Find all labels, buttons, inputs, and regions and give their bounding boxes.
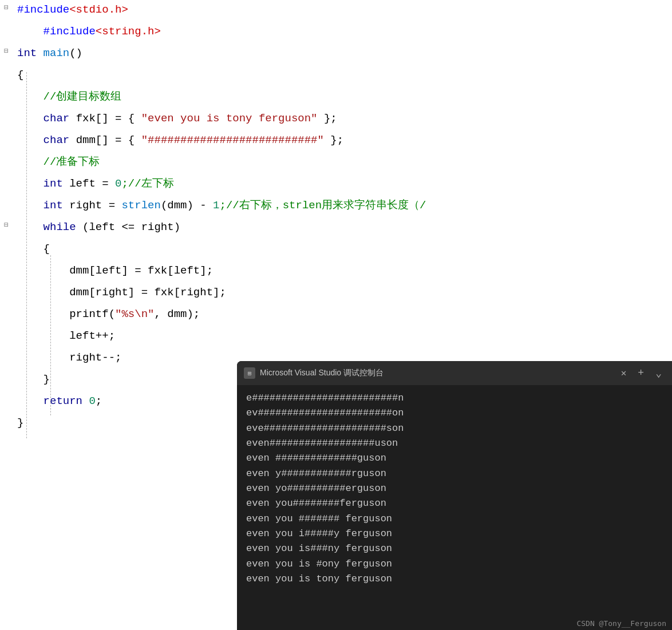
code-token: "%s\n" [115, 308, 154, 320]
code-token: #include [17, 3, 69, 16]
fold-gutter [0, 393, 13, 394]
code-token: #include [17, 25, 96, 38]
line-content: dmm[right] = fxk[right]; [13, 284, 672, 301]
code-token: dmm[right] = fxk[right]; [17, 286, 226, 299]
code-line: char fxk[] = { "even you is tony ferguso… [0, 109, 672, 130]
code-line: left++; [0, 326, 672, 348]
fold-gutter [0, 262, 13, 263]
code-token: printf( [17, 308, 115, 320]
terminal-close-button[interactable]: ✕ [618, 366, 630, 380]
code-token: } [17, 373, 50, 386]
code-token: ;//右下标，strlen用来求字符串长度（/ [220, 199, 426, 212]
line-content: { [13, 66, 672, 84]
terminal-watermark: CSDN @Tony__Ferguson [576, 619, 666, 628]
code-token: fxk [76, 112, 96, 125]
fold-button[interactable]: ⊟ [4, 46, 9, 58]
code-line: ⊟ while (left <= right) [0, 217, 672, 239]
fold-gutter [0, 327, 13, 328]
code-line: dmm[left] = fxk[left]; [0, 261, 672, 283]
fold-gutter [0, 371, 13, 372]
line-content: //准备下标 [13, 153, 672, 171]
code-token: main [44, 47, 70, 60]
fold-gutter: ⊟ [0, 1, 13, 14]
terminal-output-line: e#########################n [246, 391, 663, 406]
code-line: ⊟#include<stdio.h> [0, 0, 672, 22]
fold-gutter [0, 23, 13, 24]
terminal-output-line: even y############rguson [246, 466, 663, 481]
code-token: left [69, 177, 96, 190]
code-line: //创建目标数组 [0, 87, 672, 109]
code-token: 1 [213, 199, 219, 212]
line-content: { [13, 240, 672, 257]
code-token: { [17, 69, 23, 81]
code-line: printf("%s\n", dmm); [0, 304, 672, 326]
terminal-chevron-button[interactable]: ⌄ [652, 366, 665, 381]
terminal-output-line: even you is #ony ferguson [246, 557, 663, 572]
terminal-titlebar: ⊞ Microsoft Visual Studio 调试控制台 ✕ + ⌄ [237, 361, 672, 385]
fold-gutter [0, 349, 13, 350]
code-line: //准备下标 [0, 152, 672, 174]
terminal-overlay: ⊞ Microsoft Visual Studio 调试控制台 ✕ + ⌄ e#… [237, 361, 672, 630]
fold-gutter [0, 153, 13, 154]
line-content: int left = 0;//左下标 [13, 175, 672, 192]
indent-guide [26, 72, 27, 438]
terminal-output-line: even you ####### ferguson [246, 512, 663, 526]
fold-gutter: ⊟ [0, 219, 13, 232]
terminal-footer: CSDN @Tony__Ferguson [237, 617, 672, 630]
code-token: <stdio.h> [69, 3, 128, 16]
code-token: strlen [121, 199, 160, 212]
code-token: "##########################" [141, 134, 324, 146]
code-token: //准备下标 [17, 156, 100, 168]
indent-guide [50, 255, 51, 415]
line-content: dmm[left] = fxk[left]; [13, 262, 672, 279]
fold-gutter [0, 110, 13, 111]
fold-gutter [0, 132, 13, 133]
code-token: } [17, 417, 23, 429]
code-token: while [17, 221, 82, 233]
code-token: () [69, 47, 82, 60]
code-token: ;//左下标 [121, 177, 173, 190]
terminal-icon: ⊞ [244, 367, 255, 379]
code-token: ; [96, 395, 102, 407]
fold-gutter: ⊟ [0, 45, 13, 58]
code-token: "even you is tony ferguson" [141, 112, 318, 125]
code-token: = [102, 199, 121, 212]
code-token: dmm [76, 134, 96, 146]
terminal-plus-button[interactable]: + [634, 366, 647, 380]
code-token: 0 [115, 177, 121, 190]
code-line: int left = 0;//左下标 [0, 174, 672, 196]
code-token: <string.h> [96, 25, 161, 38]
code-token: [] = { [96, 134, 141, 146]
fold-gutter [0, 88, 13, 89]
fold-gutter [0, 175, 13, 176]
terminal-output-line: even##################uson [246, 436, 663, 451]
fold-gutter [0, 284, 13, 285]
terminal-title: Microsoft Visual Studio 调试控制台 [260, 368, 613, 378]
code-token: dmm[left] = fxk[left]; [17, 264, 213, 277]
code-token: int [17, 47, 44, 60]
code-token: , dmm); [154, 308, 200, 320]
fold-gutter [0, 240, 13, 241]
code-line: int right = strlen(dmm) - 1;//右下标，strlen… [0, 196, 672, 217]
fold-gutter [0, 197, 13, 198]
line-content: printf("%s\n", dmm); [13, 306, 672, 323]
fold-gutter [0, 414, 13, 415]
code-token: right--; [17, 351, 121, 364]
fold-gutter [0, 306, 13, 307]
terminal-output-line: even you is tony ferguson [246, 572, 663, 587]
code-token: int [17, 199, 69, 212]
line-content: int right = strlen(dmm) - 1;//右下标，strlen… [13, 197, 672, 214]
code-line: ⊟int main() [0, 43, 672, 65]
line-content: char dmm[] = { "########################… [13, 132, 672, 149]
fold-button[interactable]: ⊟ [4, 2, 9, 14]
line-content: left++; [13, 327, 672, 344]
terminal-output-line: even you i#####y ferguson [246, 526, 663, 541]
terminal-output-line: eve#####################son [246, 421, 663, 436]
code-token: //创建目标数组 [17, 90, 121, 103]
terminal-body: e#########################nev###########… [237, 385, 672, 617]
editor-area: ⊟#include<stdio.h> #include<string.h>⊟in… [0, 0, 672, 630]
code-token: }; [318, 112, 337, 125]
code-token: (left <= right) [82, 221, 180, 233]
terminal-output-line: even ##############guson [246, 451, 663, 466]
fold-button[interactable]: ⊟ [4, 220, 9, 232]
